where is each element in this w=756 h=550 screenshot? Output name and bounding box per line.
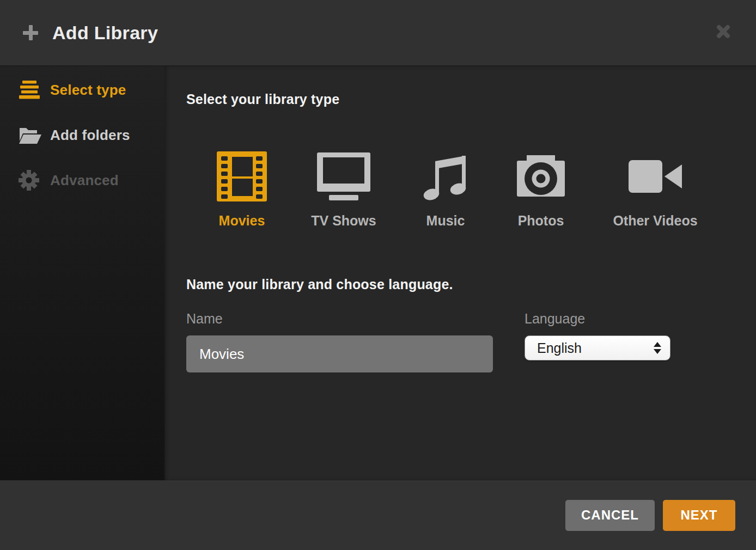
wizard-steps-sidebar: Select type Add folders <box>0 66 164 480</box>
library-type-label: Music <box>426 213 465 229</box>
library-type-photos[interactable]: Photos <box>501 151 581 229</box>
library-type-picker: Movies TV Shows <box>186 151 756 229</box>
language-field-label: Language <box>525 311 670 327</box>
gear-icon <box>19 170 44 191</box>
sidebar-item-label: Advanced <box>50 172 119 189</box>
close-icon[interactable] <box>712 21 734 45</box>
camera-icon <box>517 151 565 202</box>
name-field-label: Name <box>186 311 493 327</box>
library-type-music[interactable]: Music <box>390 151 501 229</box>
name-section-heading: Name your library and choose language. <box>186 277 756 292</box>
library-type-label: Movies <box>219 213 265 229</box>
select-stepper-icon <box>654 342 661 354</box>
name-language-form: Name Language English <box>186 311 756 372</box>
dialog-title: Add Library <box>52 22 158 44</box>
type-section-heading: Select your library type <box>186 91 756 107</box>
dialog-footer: CANCEL NEXT <box>0 480 756 550</box>
dialog-header: Add Library <box>0 0 756 65</box>
library-name-input[interactable] <box>186 335 493 372</box>
music-note-icon <box>421 151 470 202</box>
sidebar-item-label: Select type <box>50 82 126 99</box>
library-type-label: Other Videos <box>613 213 697 229</box>
language-select[interactable]: English <box>525 335 670 360</box>
sidebar-item-add-folders[interactable]: Add folders <box>0 121 164 149</box>
library-type-movies[interactable]: Movies <box>186 151 297 229</box>
list-lines-icon <box>19 80 44 100</box>
library-type-label: TV Shows <box>311 213 376 229</box>
next-button[interactable]: NEXT <box>663 500 735 531</box>
video-camera-icon <box>629 151 682 202</box>
tv-icon <box>317 151 370 202</box>
library-type-tv-shows[interactable]: TV Shows <box>297 151 390 229</box>
film-strip-icon <box>217 151 267 202</box>
cancel-button[interactable]: CANCEL <box>565 500 655 531</box>
language-selected-value: English <box>537 340 582 356</box>
sidebar-item-advanced: Advanced <box>0 167 164 194</box>
wizard-step-content: Select your library type <box>164 66 756 480</box>
sidebar-item-label: Add folders <box>50 127 130 144</box>
plus-icon <box>22 24 39 41</box>
library-type-other-videos[interactable]: Other Videos <box>581 151 730 229</box>
sidebar-item-select-type[interactable]: Select type <box>0 76 164 103</box>
library-type-label: Photos <box>518 213 564 229</box>
folder-open-icon <box>19 126 44 144</box>
